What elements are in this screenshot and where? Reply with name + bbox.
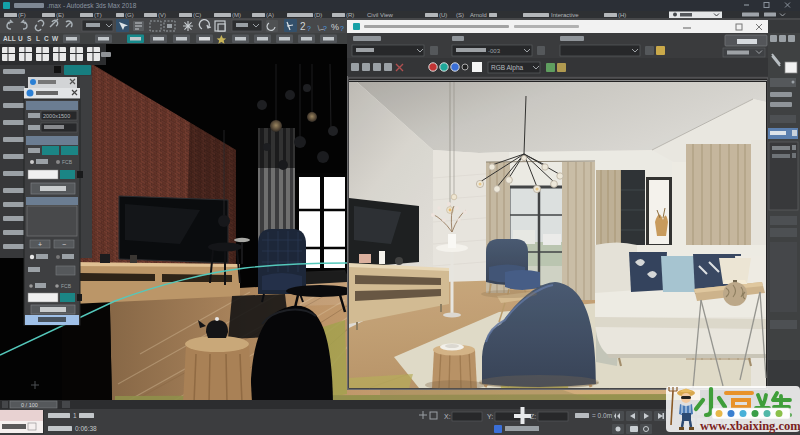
- svg-text:0 / 100: 0 / 100: [21, 402, 38, 408]
- svg-text:(A): (A): [266, 12, 274, 18]
- svg-text:FCB: FCB: [61, 283, 72, 289]
- svg-text:X:: X:: [444, 413, 451, 420]
- svg-text:?: ?: [307, 25, 311, 32]
- svg-text:.max - Autodesk 3ds Max 2018: .max - Autodesk 3ds Max 2018: [47, 2, 137, 9]
- svg-text:(H): (H): [618, 12, 626, 18]
- svg-text:%: %: [331, 22, 339, 32]
- svg-text:+: +: [38, 241, 42, 248]
- svg-text:0:06:38: 0:06:38: [75, 425, 97, 432]
- svg-text:RGB Alpha: RGB Alpha: [491, 64, 524, 72]
- svg-text:2000x1500: 2000x1500: [43, 113, 70, 119]
- svg-text:W: W: [52, 35, 59, 42]
- svg-text:?: ?: [323, 25, 327, 32]
- svg-text:?: ?: [340, 25, 344, 32]
- svg-text:(V): (V): [158, 12, 166, 18]
- svg-text:(D): (D): [314, 12, 322, 18]
- svg-text:(R): (R): [346, 12, 354, 18]
- svg-text:(M): (M): [232, 12, 241, 18]
- svg-text:www.xbaixing.com: www.xbaixing.com: [700, 419, 800, 433]
- svg-text:Civil View: Civil View: [367, 12, 394, 18]
- svg-text:(F): (F): [18, 12, 26, 18]
- svg-text:Interactive: Interactive: [551, 12, 579, 18]
- svg-text:(U): (U): [439, 12, 447, 18]
- svg-text:FCB: FCB: [62, 159, 73, 165]
- svg-text:-003: -003: [488, 48, 501, 54]
- svg-text:2: 2: [300, 21, 306, 32]
- svg-text:C: C: [44, 35, 49, 42]
- svg-text:1: 1: [73, 412, 77, 419]
- svg-text:Arnold: Arnold: [470, 12, 487, 18]
- svg-text:U: U: [18, 35, 23, 42]
- svg-text:(G): (G): [125, 12, 134, 18]
- svg-text:S: S: [27, 35, 32, 42]
- svg-text:(E): (E): [56, 12, 64, 18]
- svg-text:−: −: [62, 241, 66, 248]
- svg-text:Y:: Y:: [487, 413, 493, 420]
- svg-text:ALL: ALL: [3, 35, 16, 42]
- svg-text:(T): (T): [94, 12, 102, 18]
- svg-text:L: L: [36, 35, 40, 42]
- svg-text:(C): (C): [193, 12, 201, 18]
- svg-text:(S): (S): [456, 12, 464, 18]
